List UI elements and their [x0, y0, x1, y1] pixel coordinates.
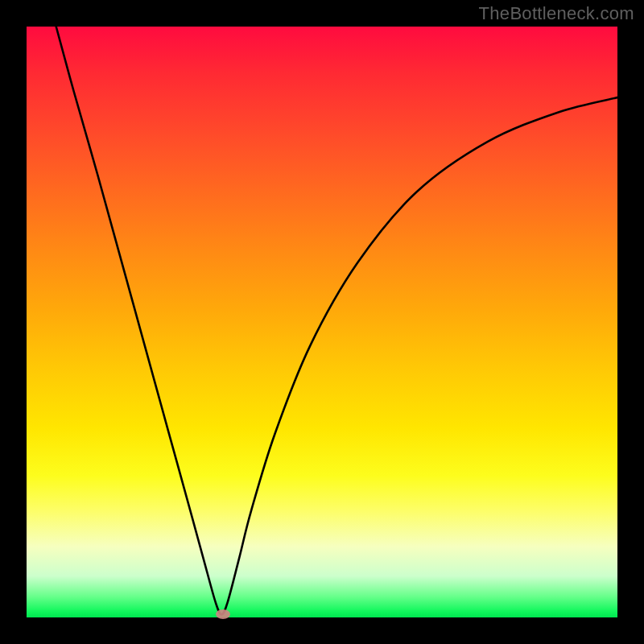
watermark-text: TheBottleneck.com: [479, 3, 634, 24]
plot-area: [27, 27, 617, 617]
chart-frame: TheBottleneck.com: [0, 0, 644, 644]
minimum-marker: [216, 609, 230, 619]
curve-svg: [27, 27, 617, 617]
curve-line: [56, 27, 617, 614]
